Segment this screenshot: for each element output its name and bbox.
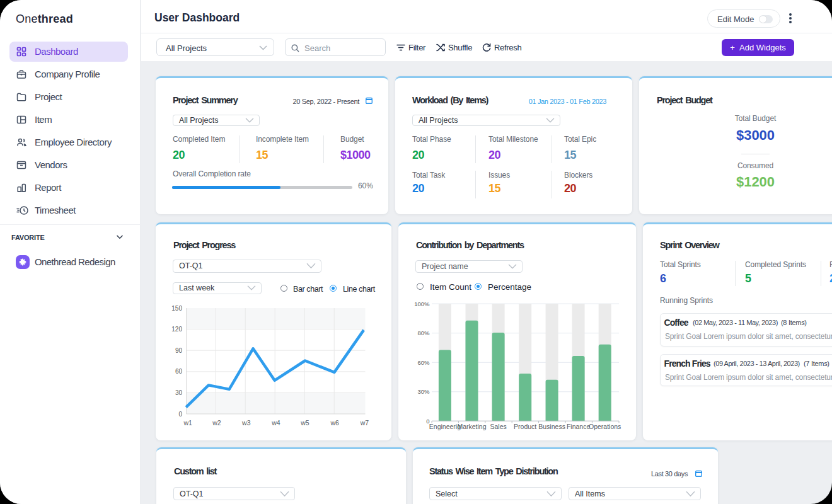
svg-text:w7: w7 — [360, 419, 369, 427]
svg-text:w1: w1 — [183, 419, 192, 427]
svg-text:w2: w2 — [212, 419, 221, 427]
svg-text:30%: 30% — [417, 388, 430, 395]
svg-text:Operations: Operations — [589, 423, 621, 430]
svg-text:Finance: Finance — [567, 423, 591, 430]
svg-text:30: 30 — [175, 389, 183, 396]
svg-text:w6: w6 — [330, 419, 339, 427]
svg-text:100%: 100% — [414, 301, 430, 307]
svg-text:80%: 80% — [417, 329, 430, 336]
svg-text:120: 120 — [171, 326, 182, 333]
svg-text:90: 90 — [175, 347, 183, 354]
svg-text:Product: Product — [514, 423, 536, 430]
svg-text:w3: w3 — [241, 419, 251, 427]
svg-text:Marketing: Marketing — [457, 423, 486, 430]
svg-text:Engineerig: Engineerig — [429, 423, 461, 430]
svg-text:Business: Business — [538, 423, 565, 430]
svg-text:Sales: Sales — [490, 423, 506, 430]
svg-text:0: 0 — [178, 411, 182, 418]
svg-text:60: 60 — [175, 368, 183, 375]
svg-text:w5: w5 — [300, 419, 309, 427]
svg-text:150: 150 — [171, 305, 182, 312]
svg-text:60%: 60% — [417, 359, 430, 366]
svg-text:w4: w4 — [271, 419, 280, 427]
